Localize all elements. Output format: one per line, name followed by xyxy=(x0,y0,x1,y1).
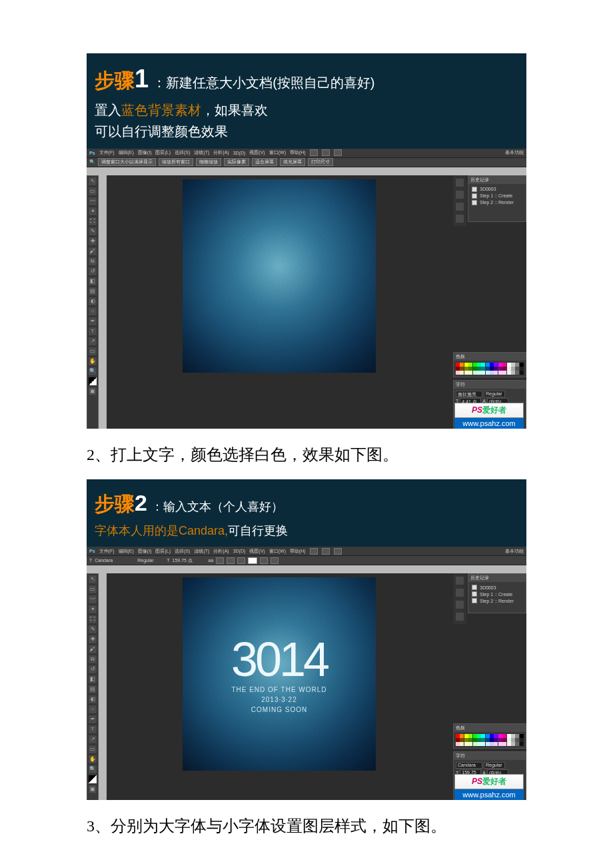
dodge-tool-icon[interactable]: ○ xyxy=(88,307,97,316)
type-tool-icon[interactable]: T xyxy=(88,327,97,336)
workspace-label[interactable]: 基本功能 xyxy=(505,548,524,555)
opt-btn[interactable]: 适合屏幕 xyxy=(252,158,277,166)
align-right-icon[interactable] xyxy=(237,557,245,564)
quickmask-tool-icon[interactable]: ▣ xyxy=(88,387,97,396)
color-swap-icon[interactable] xyxy=(88,775,97,784)
path-tool-icon[interactable]: ↗ xyxy=(88,735,97,744)
color-swap-icon[interactable] xyxy=(88,377,97,386)
eyedropper-tool-icon[interactable]: ✎ xyxy=(88,625,97,634)
mb-icon[interactable] xyxy=(310,548,318,555)
menu-item[interactable]: 编辑(E) xyxy=(119,149,134,156)
mb-icon[interactable] xyxy=(322,548,330,555)
opt-font-select[interactable]: Candara xyxy=(95,558,135,563)
marquee-tool-icon[interactable]: ▭ xyxy=(88,585,97,594)
stamp-tool-icon[interactable]: ⧉ xyxy=(88,655,97,664)
align-left-icon[interactable] xyxy=(216,557,224,564)
menu-item[interactable]: 窗口(W) xyxy=(269,548,286,555)
shape-tool-icon[interactable]: ▭ xyxy=(88,347,97,356)
panel-icon[interactable] xyxy=(455,588,464,597)
zoom-icon[interactable]: 🔍 xyxy=(89,159,95,165)
menu-item[interactable]: 3D(D) xyxy=(233,549,246,553)
menu-item[interactable]: 图层(L) xyxy=(155,548,171,555)
opt-btn[interactable]: 实际像素 xyxy=(224,158,249,166)
canvas-area[interactable]: 3014 THE END OF THE WORLD 2013·3·22 COMI… xyxy=(107,573,452,800)
zoom-tool-icon[interactable]: 🔍 xyxy=(88,765,97,774)
menu-item[interactable]: 视图(V) xyxy=(249,149,265,156)
menu-item[interactable]: 选择(S) xyxy=(175,149,190,156)
menu-item[interactable]: 分析(A) xyxy=(213,548,229,555)
lasso-tool-icon[interactable]: 〰 xyxy=(88,595,97,604)
menu-item[interactable]: 图层(L) xyxy=(155,149,171,156)
opt-btn[interactable]: 填充屏幕 xyxy=(280,158,305,166)
history-row[interactable]: 3D0003 xyxy=(470,186,524,193)
move-tool-icon[interactable]: ↖ xyxy=(88,575,97,584)
swatches-grid[interactable] xyxy=(456,734,524,746)
hand-tool-icon[interactable]: ✋ xyxy=(88,755,97,764)
brush-tool-icon[interactable]: 🖌 xyxy=(88,645,97,654)
menu-item[interactable]: 图像(I) xyxy=(138,548,152,555)
panel-icon[interactable] xyxy=(455,190,464,199)
type-tool-icon[interactable]: T xyxy=(89,558,92,563)
shape-tool-icon[interactable]: ▭ xyxy=(88,745,97,754)
history-brush-tool-icon[interactable]: ↺ xyxy=(88,267,97,276)
eraser-tool-icon[interactable]: ◧ xyxy=(88,675,97,684)
canvas-area[interactable] xyxy=(107,175,452,429)
text-color-swatch[interactable] xyxy=(248,557,257,564)
mb-icon[interactable] xyxy=(334,548,342,555)
char-font-select[interactable]: Candara xyxy=(456,762,482,769)
mb-icon[interactable] xyxy=(334,149,342,156)
menu-item[interactable]: 帮助(H) xyxy=(290,149,306,156)
pen-tool-icon[interactable]: ✒ xyxy=(88,715,97,724)
history-row[interactable]: Step 1 :: Create xyxy=(470,591,524,597)
menu-item[interactable]: 滤镜(T) xyxy=(194,149,209,156)
type-tool-icon[interactable]: T xyxy=(88,725,97,734)
quickmask-tool-icon[interactable]: ▣ xyxy=(88,785,97,794)
heal-tool-icon[interactable]: ✚ xyxy=(88,635,97,644)
panel-icon[interactable] xyxy=(455,612,464,621)
heal-tool-icon[interactable]: ✚ xyxy=(88,237,97,246)
pen-tool-icon[interactable]: ✒ xyxy=(88,317,97,326)
history-row[interactable]: Step 2 :: Render xyxy=(470,199,524,206)
history-row[interactable]: Step 1 :: Create xyxy=(470,193,524,199)
menu-item[interactable]: 分析(A) xyxy=(213,149,229,156)
hand-tool-icon[interactable]: ✋ xyxy=(88,357,97,366)
panel-icon[interactable] xyxy=(455,202,464,211)
char-weight-select[interactable]: Regular xyxy=(484,391,505,397)
stamp-tool-icon[interactable]: ⧉ xyxy=(88,257,97,266)
wand-tool-icon[interactable]: ✦ xyxy=(88,605,97,614)
menu-item[interactable]: 滤镜(T) xyxy=(194,548,209,555)
opt-size-select[interactable]: 159.75 点 xyxy=(173,557,206,564)
lasso-tool-icon[interactable]: 〰 xyxy=(88,197,97,206)
gradient-tool-icon[interactable]: ▤ xyxy=(88,287,97,296)
opt-btn[interactable]: 细微缩放 xyxy=(196,158,221,166)
move-tool-icon[interactable]: ↖ xyxy=(88,177,97,186)
zoom-tool-icon[interactable]: 🔍 xyxy=(88,367,97,376)
swatches-grid[interactable] xyxy=(456,363,524,375)
align-center-icon[interactable] xyxy=(227,557,235,564)
opt-btn[interactable]: 缩放所有窗口 xyxy=(159,158,193,166)
crop-tool-icon[interactable]: ⛶ xyxy=(88,217,97,226)
blur-tool-icon[interactable]: ◐ xyxy=(88,695,97,704)
menu-item[interactable]: 文件(F) xyxy=(99,548,115,555)
workspace-label[interactable]: 基本功能 xyxy=(505,149,524,156)
history-row[interactable]: 3D0003 xyxy=(470,584,524,591)
char-weight-select[interactable]: Regular xyxy=(484,762,505,769)
history-row[interactable]: Step 2 :: Render xyxy=(470,597,524,604)
opt-btn[interactable]: 打印尺寸 xyxy=(308,158,333,166)
opt-btn[interactable]: 调整窗口大小以满屏显示 xyxy=(98,158,156,166)
brush-tool-icon[interactable]: 🖌 xyxy=(88,247,97,256)
eyedropper-tool-icon[interactable]: ✎ xyxy=(88,227,97,236)
panel-icon[interactable] xyxy=(455,576,464,585)
menu-item[interactable]: 帮助(H) xyxy=(290,548,306,555)
history-brush-tool-icon[interactable]: ↺ xyxy=(88,665,97,674)
opt-weight-select[interactable]: Regular xyxy=(137,558,164,563)
gradient-tool-icon[interactable]: ▤ xyxy=(88,685,97,694)
blur-tool-icon[interactable]: ◐ xyxy=(88,297,97,306)
menu-item[interactable]: 视图(V) xyxy=(249,548,265,555)
path-tool-icon[interactable]: ↗ xyxy=(88,337,97,346)
panel-icon[interactable] xyxy=(455,214,464,223)
menu-item[interactable]: 文件(F) xyxy=(99,149,115,156)
wand-tool-icon[interactable]: ✦ xyxy=(88,207,97,216)
warp-text-icon[interactable] xyxy=(260,557,268,564)
char-panel-icon[interactable] xyxy=(271,557,279,564)
